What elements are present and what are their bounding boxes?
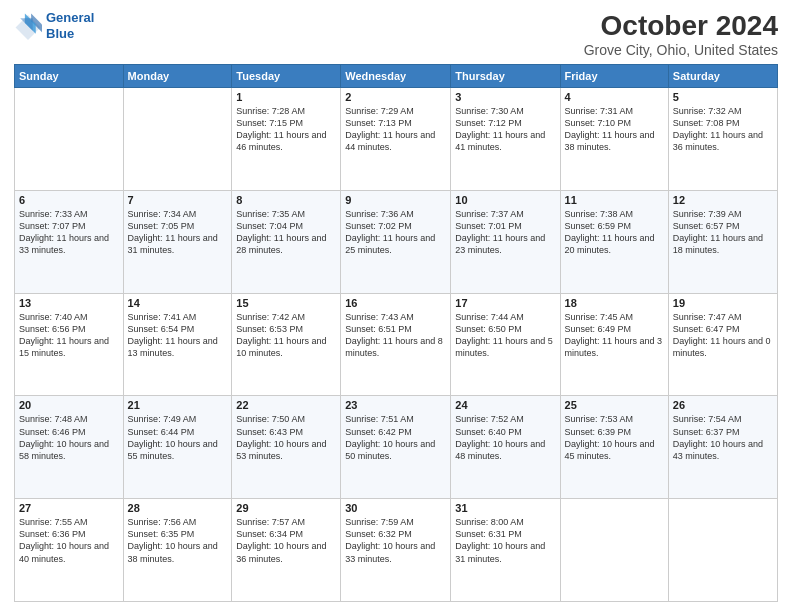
day-info: Sunrise: 7:50 AM Sunset: 6:43 PM Dayligh… xyxy=(236,413,336,462)
main-title: October 2024 xyxy=(584,10,778,42)
calendar-cell: 16Sunrise: 7:43 AM Sunset: 6:51 PM Dayli… xyxy=(341,293,451,396)
calendar-header-row: SundayMondayTuesdayWednesdayThursdayFrid… xyxy=(15,65,778,88)
day-number: 29 xyxy=(236,502,336,514)
logo-line1: General xyxy=(46,10,94,25)
day-number: 6 xyxy=(19,194,119,206)
day-info: Sunrise: 7:33 AM Sunset: 7:07 PM Dayligh… xyxy=(19,208,119,257)
calendar-cell: 23Sunrise: 7:51 AM Sunset: 6:42 PM Dayli… xyxy=(341,396,451,499)
calendar-cell: 25Sunrise: 7:53 AM Sunset: 6:39 PM Dayli… xyxy=(560,396,668,499)
day-info: Sunrise: 7:59 AM Sunset: 6:32 PM Dayligh… xyxy=(345,516,446,565)
day-info: Sunrise: 7:36 AM Sunset: 7:02 PM Dayligh… xyxy=(345,208,446,257)
calendar-cell: 10Sunrise: 7:37 AM Sunset: 7:01 PM Dayli… xyxy=(451,190,560,293)
logo: General Blue xyxy=(14,10,94,41)
calendar-cell: 21Sunrise: 7:49 AM Sunset: 6:44 PM Dayli… xyxy=(123,396,232,499)
day-number: 2 xyxy=(345,91,446,103)
day-number: 15 xyxy=(236,297,336,309)
calendar-cell: 2Sunrise: 7:29 AM Sunset: 7:13 PM Daylig… xyxy=(341,88,451,191)
calendar-week-2: 6Sunrise: 7:33 AM Sunset: 7:07 PM Daylig… xyxy=(15,190,778,293)
day-header-wednesday: Wednesday xyxy=(341,65,451,88)
calendar-cell: 30Sunrise: 7:59 AM Sunset: 6:32 PM Dayli… xyxy=(341,499,451,602)
day-info: Sunrise: 7:30 AM Sunset: 7:12 PM Dayligh… xyxy=(455,105,555,154)
calendar-week-1: 1Sunrise: 7:28 AM Sunset: 7:15 PM Daylig… xyxy=(15,88,778,191)
day-header-saturday: Saturday xyxy=(668,65,777,88)
day-info: Sunrise: 7:32 AM Sunset: 7:08 PM Dayligh… xyxy=(673,105,773,154)
day-info: Sunrise: 7:55 AM Sunset: 6:36 PM Dayligh… xyxy=(19,516,119,565)
day-info: Sunrise: 7:35 AM Sunset: 7:04 PM Dayligh… xyxy=(236,208,336,257)
day-number: 30 xyxy=(345,502,446,514)
day-info: Sunrise: 7:48 AM Sunset: 6:46 PM Dayligh… xyxy=(19,413,119,462)
calendar-cell: 13Sunrise: 7:40 AM Sunset: 6:56 PM Dayli… xyxy=(15,293,124,396)
calendar-cell: 12Sunrise: 7:39 AM Sunset: 6:57 PM Dayli… xyxy=(668,190,777,293)
page: General Blue October 2024 Grove City, Oh… xyxy=(0,0,792,612)
day-number: 14 xyxy=(128,297,228,309)
day-number: 17 xyxy=(455,297,555,309)
day-number: 3 xyxy=(455,91,555,103)
calendar-week-3: 13Sunrise: 7:40 AM Sunset: 6:56 PM Dayli… xyxy=(15,293,778,396)
calendar-cell: 26Sunrise: 7:54 AM Sunset: 6:37 PM Dayli… xyxy=(668,396,777,499)
calendar-cell: 29Sunrise: 7:57 AM Sunset: 6:34 PM Dayli… xyxy=(232,499,341,602)
day-number: 18 xyxy=(565,297,664,309)
day-info: Sunrise: 7:56 AM Sunset: 6:35 PM Dayligh… xyxy=(128,516,228,565)
calendar-cell xyxy=(560,499,668,602)
day-number: 16 xyxy=(345,297,446,309)
day-info: Sunrise: 7:43 AM Sunset: 6:51 PM Dayligh… xyxy=(345,311,446,360)
calendar-cell: 28Sunrise: 7:56 AM Sunset: 6:35 PM Dayli… xyxy=(123,499,232,602)
day-info: Sunrise: 7:39 AM Sunset: 6:57 PM Dayligh… xyxy=(673,208,773,257)
calendar-cell: 18Sunrise: 7:45 AM Sunset: 6:49 PM Dayli… xyxy=(560,293,668,396)
subtitle: Grove City, Ohio, United States xyxy=(584,42,778,58)
day-info: Sunrise: 7:52 AM Sunset: 6:40 PM Dayligh… xyxy=(455,413,555,462)
calendar-cell: 22Sunrise: 7:50 AM Sunset: 6:43 PM Dayli… xyxy=(232,396,341,499)
calendar-cell: 8Sunrise: 7:35 AM Sunset: 7:04 PM Daylig… xyxy=(232,190,341,293)
day-info: Sunrise: 8:00 AM Sunset: 6:31 PM Dayligh… xyxy=(455,516,555,565)
calendar-cell: 3Sunrise: 7:30 AM Sunset: 7:12 PM Daylig… xyxy=(451,88,560,191)
day-number: 13 xyxy=(19,297,119,309)
day-number: 7 xyxy=(128,194,228,206)
day-number: 10 xyxy=(455,194,555,206)
day-info: Sunrise: 7:44 AM Sunset: 6:50 PM Dayligh… xyxy=(455,311,555,360)
day-info: Sunrise: 7:38 AM Sunset: 6:59 PM Dayligh… xyxy=(565,208,664,257)
day-number: 19 xyxy=(673,297,773,309)
day-info: Sunrise: 7:28 AM Sunset: 7:15 PM Dayligh… xyxy=(236,105,336,154)
title-block: October 2024 Grove City, Ohio, United St… xyxy=(584,10,778,58)
day-info: Sunrise: 7:40 AM Sunset: 6:56 PM Dayligh… xyxy=(19,311,119,360)
day-number: 4 xyxy=(565,91,664,103)
day-info: Sunrise: 7:37 AM Sunset: 7:01 PM Dayligh… xyxy=(455,208,555,257)
calendar-cell: 4Sunrise: 7:31 AM Sunset: 7:10 PM Daylig… xyxy=(560,88,668,191)
day-number: 11 xyxy=(565,194,664,206)
calendar-week-5: 27Sunrise: 7:55 AM Sunset: 6:36 PM Dayli… xyxy=(15,499,778,602)
day-number: 23 xyxy=(345,399,446,411)
day-info: Sunrise: 7:31 AM Sunset: 7:10 PM Dayligh… xyxy=(565,105,664,154)
calendar-cell: 6Sunrise: 7:33 AM Sunset: 7:07 PM Daylig… xyxy=(15,190,124,293)
day-number: 24 xyxy=(455,399,555,411)
calendar-cell: 11Sunrise: 7:38 AM Sunset: 6:59 PM Dayli… xyxy=(560,190,668,293)
calendar-cell: 20Sunrise: 7:48 AM Sunset: 6:46 PM Dayli… xyxy=(15,396,124,499)
day-info: Sunrise: 7:29 AM Sunset: 7:13 PM Dayligh… xyxy=(345,105,446,154)
logo-icon xyxy=(14,12,42,40)
calendar-cell: 31Sunrise: 8:00 AM Sunset: 6:31 PM Dayli… xyxy=(451,499,560,602)
calendar-cell: 7Sunrise: 7:34 AM Sunset: 7:05 PM Daylig… xyxy=(123,190,232,293)
calendar-cell: 9Sunrise: 7:36 AM Sunset: 7:02 PM Daylig… xyxy=(341,190,451,293)
calendar-cell: 17Sunrise: 7:44 AM Sunset: 6:50 PM Dayli… xyxy=(451,293,560,396)
day-number: 21 xyxy=(128,399,228,411)
day-header-friday: Friday xyxy=(560,65,668,88)
calendar-cell xyxy=(668,499,777,602)
day-number: 9 xyxy=(345,194,446,206)
day-info: Sunrise: 7:54 AM Sunset: 6:37 PM Dayligh… xyxy=(673,413,773,462)
day-number: 25 xyxy=(565,399,664,411)
calendar-table: SundayMondayTuesdayWednesdayThursdayFrid… xyxy=(14,64,778,602)
day-number: 1 xyxy=(236,91,336,103)
calendar-cell: 14Sunrise: 7:41 AM Sunset: 6:54 PM Dayli… xyxy=(123,293,232,396)
logo-line2: Blue xyxy=(46,26,74,41)
day-number: 31 xyxy=(455,502,555,514)
day-info: Sunrise: 7:47 AM Sunset: 6:47 PM Dayligh… xyxy=(673,311,773,360)
calendar-cell: 1Sunrise: 7:28 AM Sunset: 7:15 PM Daylig… xyxy=(232,88,341,191)
day-number: 28 xyxy=(128,502,228,514)
day-number: 26 xyxy=(673,399,773,411)
calendar-cell: 19Sunrise: 7:47 AM Sunset: 6:47 PM Dayli… xyxy=(668,293,777,396)
calendar-cell xyxy=(15,88,124,191)
day-header-tuesday: Tuesday xyxy=(232,65,341,88)
day-info: Sunrise: 7:57 AM Sunset: 6:34 PM Dayligh… xyxy=(236,516,336,565)
header: General Blue October 2024 Grove City, Oh… xyxy=(14,10,778,58)
day-info: Sunrise: 7:42 AM Sunset: 6:53 PM Dayligh… xyxy=(236,311,336,360)
calendar-cell: 24Sunrise: 7:52 AM Sunset: 6:40 PM Dayli… xyxy=(451,396,560,499)
